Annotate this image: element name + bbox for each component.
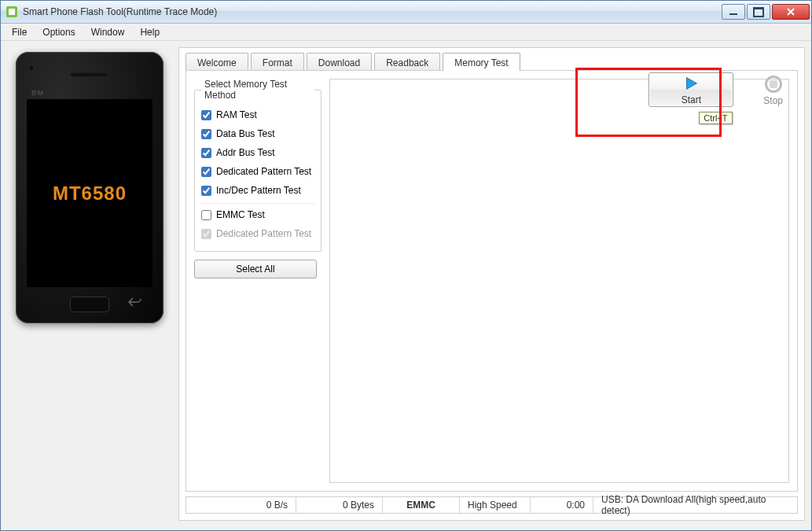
main-window: Smart Phone Flash Tool(Runtime Trace Mod… [0, 0, 812, 531]
addr-bus-test-label: Addr Bus Test [216, 147, 274, 158]
minimize-button[interactable] [722, 4, 745, 20]
status-mode: High Speed [460, 497, 531, 513]
data-bus-test-label: Data Bus Test [216, 128, 274, 139]
client-area: BM MT6580 Welcome Format Download Readba… [1, 41, 811, 527]
tab-body: Select Memory Test Method RAM Test Data … [186, 70, 798, 492]
emmc-test-label: EMMC Test [216, 209, 265, 220]
addr-bus-test-checkbox[interactable] [201, 148, 211, 158]
play-icon [682, 75, 700, 94]
tab-download[interactable]: Download [307, 53, 372, 70]
memory-test-group: Select Memory Test Method RAM Test Data … [194, 79, 321, 252]
menu-file[interactable]: File [4, 25, 35, 39]
stop-label: Stop [763, 95, 783, 106]
emmc-dedicated-pattern-checkbox [201, 229, 211, 239]
device-preview-pane: BM MT6580 [7, 47, 172, 521]
tab-memory-test[interactable]: Memory Test [443, 53, 520, 71]
menu-window[interactable]: Window [83, 25, 133, 39]
status-bytes: 0 Bytes [296, 497, 383, 513]
app-icon [6, 6, 18, 18]
svg-rect-1 [9, 9, 15, 15]
status-storage: EMMC [383, 497, 460, 513]
statusbar: 0 B/s 0 Bytes EMMC High Speed 0:00 USB: … [186, 496, 798, 514]
emmc-dedicated-pattern-label: Dedicated Pattern Test [216, 228, 311, 239]
action-zone: Start Ctrl+T Stop [648, 72, 783, 107]
data-bus-test-checkbox[interactable] [201, 129, 211, 139]
stop-button: Stop [763, 76, 783, 106]
status-usb: USB: DA Download All(high speed,auto det… [593, 497, 797, 513]
dedicated-pattern-test-label: Dedicated Pattern Test [216, 166, 311, 177]
titlebar[interactable]: Smart Phone Flash Tool(Runtime Trace Mod… [1, 1, 811, 24]
start-label: Start [682, 94, 701, 105]
window-title: Smart Phone Flash Tool(Runtime Trace Mod… [23, 6, 720, 17]
close-button[interactable] [772, 4, 810, 20]
stop-icon [765, 76, 782, 93]
ram-test-checkbox[interactable] [201, 110, 211, 120]
menu-options[interactable]: Options [35, 25, 83, 39]
start-button[interactable]: Start [648, 72, 733, 107]
phone-illustration: BM MT6580 [16, 52, 164, 323]
log-area[interactable] [329, 79, 789, 483]
ram-test-label: RAM Test [216, 109, 257, 120]
status-time: 0:00 [531, 497, 593, 513]
tab-format[interactable]: Format [251, 53, 304, 70]
group-title: Select Memory Test Method [201, 79, 314, 101]
emmc-test-checkbox[interactable] [201, 210, 211, 220]
phone-brand: BM [31, 89, 44, 97]
select-all-button[interactable]: Select All [194, 260, 317, 278]
inc-dec-pattern-test-label: Inc/Dec Pattern Test [216, 185, 301, 196]
tab-readback[interactable]: Readback [374, 53, 440, 70]
tab-welcome[interactable]: Welcome [186, 53, 248, 70]
tab-strip: Welcome Format Download Readback Memory … [186, 53, 798, 70]
dedicated-pattern-test-checkbox[interactable] [201, 167, 211, 177]
menubar: File Options Window Help [1, 24, 811, 41]
inc-dec-pattern-test-checkbox[interactable] [201, 186, 211, 196]
phone-chip-label: MT6580 [53, 183, 127, 205]
back-icon [127, 297, 141, 309]
status-speed: 0 B/s [186, 497, 296, 513]
content-pane: Welcome Format Download Readback Memory … [178, 47, 805, 521]
menu-help[interactable]: Help [132, 25, 167, 39]
start-tooltip: Ctrl+T [699, 112, 732, 124]
maximize-button[interactable] [747, 4, 770, 20]
